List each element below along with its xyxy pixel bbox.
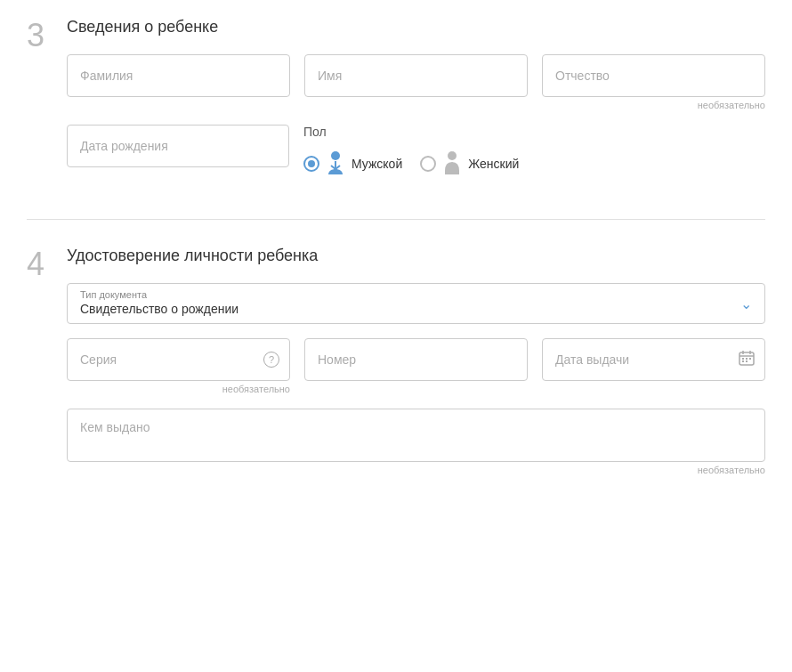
page: 3 Сведения о ребенке необязательно (0, 0, 792, 672)
svg-rect-10 (742, 360, 744, 362)
gender-female-label: Женский (468, 157, 519, 171)
section-3-content: Сведения о ребенке необязательно (67, 18, 765, 192)
series-optional: необязательно (67, 384, 290, 394)
calendar-icon (739, 350, 755, 369)
issued-by-optional: необязательно (67, 465, 765, 475)
doctype-label: Тип документа (80, 289, 752, 300)
series-help-icon[interactable]: ? (263, 352, 279, 368)
svg-point-2 (448, 151, 457, 160)
section-divider (27, 219, 765, 220)
gender-options: Мужской Женский (303, 150, 519, 178)
series-input-container: ? (67, 338, 290, 381)
series-input[interactable] (67, 338, 290, 381)
surname-field-wrapper (67, 54, 290, 97)
birthdate-input[interactable] (67, 125, 289, 167)
section-3-title: Сведения о ребенке (67, 18, 765, 36)
section-3-number: 3 (27, 20, 67, 52)
patronymic-input[interactable] (542, 54, 765, 97)
birthdate-field-wrapper (67, 125, 289, 167)
svg-rect-9 (749, 358, 751, 360)
svg-rect-7 (742, 358, 744, 360)
birthdate-gender-row: Пол Мужской (67, 125, 765, 178)
issue-date-input[interactable] (542, 338, 765, 381)
name-input[interactable] (304, 54, 528, 97)
issue-date-field-wrapper (542, 338, 765, 381)
male-icon (325, 150, 346, 178)
issue-date-input-container (542, 338, 765, 381)
name-field-wrapper (304, 54, 528, 97)
section-4-number: 4 (27, 248, 67, 280)
section-3: 3 Сведения о ребенке необязательно (27, 18, 765, 192)
section-4-title: Удостоверение личности ребенка (67, 247, 765, 265)
doc-number-input[interactable] (304, 338, 528, 381)
issued-by-input[interactable] (67, 409, 765, 462)
doctype-dropdown[interactable]: Тип документа Свидетельство о рождении ⌄ (67, 283, 765, 324)
gender-label: Пол (303, 125, 519, 139)
radio-male[interactable] (303, 156, 319, 172)
name-row: необязательно (67, 54, 765, 110)
gender-male-option[interactable]: Мужской (303, 150, 402, 178)
female-icon (441, 150, 463, 178)
number-field-wrapper (304, 338, 528, 381)
series-field-wrapper: ? необязательно (67, 338, 290, 394)
gender-section: Пол Мужской (303, 125, 519, 178)
gender-female-option[interactable]: Женский (420, 150, 519, 178)
svg-rect-11 (746, 360, 748, 362)
svg-rect-8 (746, 358, 748, 360)
gender-male-label: Мужской (352, 157, 402, 171)
doc-fields-row: ? необязательно (67, 338, 765, 394)
issued-by-row: необязательно (67, 409, 765, 475)
doctype-value: Свидетельство о рождении (80, 302, 752, 316)
patronymic-field-wrapper: необязательно (542, 54, 765, 110)
svg-point-0 (331, 151, 340, 160)
doctype-row: Тип документа Свидетельство о рождении ⌄ (67, 283, 765, 324)
radio-female[interactable] (420, 156, 436, 172)
surname-input[interactable] (67, 54, 290, 97)
patronymic-optional: необязательно (542, 100, 765, 110)
dropdown-arrow-icon: ⌄ (740, 296, 752, 312)
issued-by-field-wrapper: необязательно (67, 409, 765, 475)
section-4: 4 Удостоверение личности ребенка Тип док… (27, 247, 765, 490)
section-4-content: Удостоверение личности ребенка Тип докум… (67, 247, 765, 490)
